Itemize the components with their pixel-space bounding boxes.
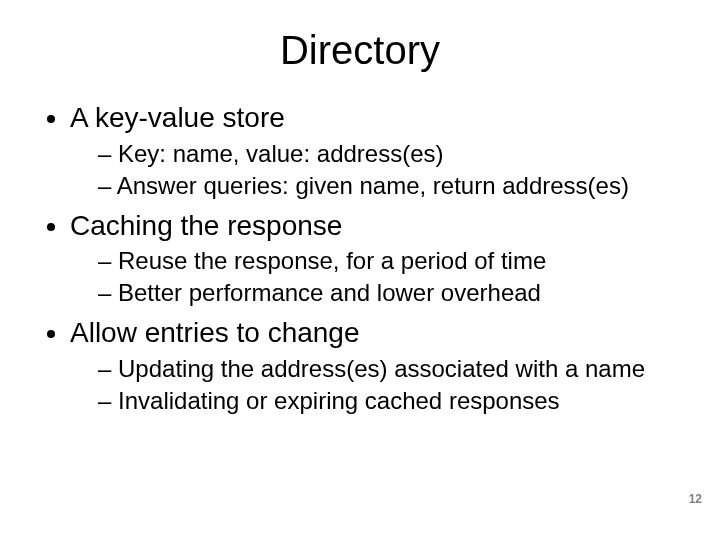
page-number: 12: [689, 492, 702, 506]
bullet-text: A key-value store: [70, 102, 285, 133]
bullet-list: A key-value store Key: name, value: addr…: [30, 101, 690, 416]
bullet-item: Caching the response Reuse the response,…: [70, 209, 690, 309]
sub-bullet-item: Answer queries: given name, return addre…: [98, 171, 690, 201]
sub-bullet-list: Reuse the response, for a period of time…: [70, 246, 690, 308]
sub-bullet-item: Key: name, value: address(es): [98, 139, 690, 169]
sub-bullet-item: Updating the address(es) associated with…: [98, 354, 690, 384]
bullet-text: Caching the response: [70, 210, 342, 241]
sub-bullet-item: Reuse the response, for a period of time: [98, 246, 690, 276]
sub-bullet-list: Key: name, value: address(es) Answer que…: [70, 139, 690, 201]
slide: Directory A key-value store Key: name, v…: [0, 0, 720, 540]
bullet-item: A key-value store Key: name, value: addr…: [70, 101, 690, 201]
slide-title: Directory: [30, 28, 690, 73]
sub-bullet-item: Invalidating or expiring cached response…: [98, 386, 690, 416]
bullet-item: Allow entries to change Updating the add…: [70, 316, 690, 416]
sub-bullet-item: Better performance and lower overhead: [98, 278, 690, 308]
bullet-text: Allow entries to change: [70, 317, 360, 348]
sub-bullet-list: Updating the address(es) associated with…: [70, 354, 690, 416]
